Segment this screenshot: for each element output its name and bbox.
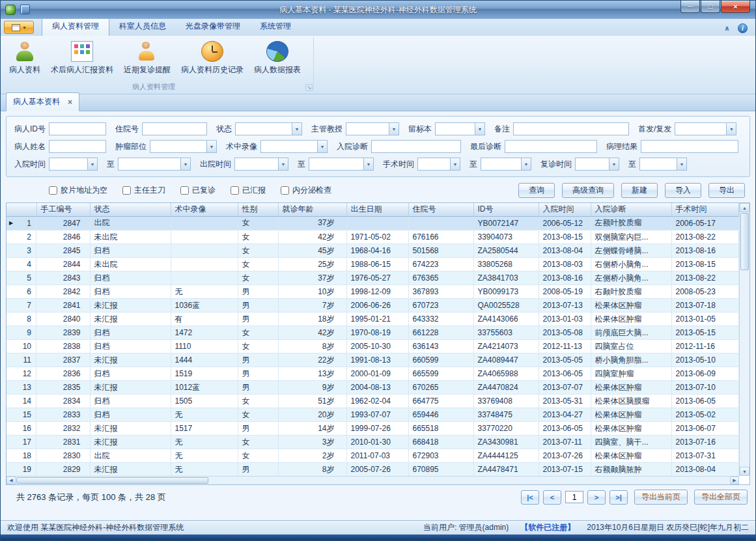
checkbox-chief-surgeon-operated[interactable]: 主任主刀 [122, 185, 165, 196]
table-row[interactable]: 82840未汇报有男18岁1995-01-21643332ZA414306620… [7, 312, 739, 326]
filter-combo-specimen-kept[interactable]: ▼ [435, 122, 485, 135]
table-row[interactable]: 52843归档女37岁1976-05-27676365ZA38417032013… [7, 271, 739, 285]
dropdown-arrow-icon[interactable]: ▼ [278, 158, 288, 170]
table-row[interactable]: 152833归档无女20岁1993-07-0765944633748475201… [7, 408, 739, 422]
dropdown-arrow-icon[interactable]: ▼ [450, 158, 460, 170]
filter-combo-intraop-video[interactable]: ▼ [260, 140, 328, 153]
export-button[interactable]: 导出 [708, 183, 745, 198]
vertical-scrollbar[interactable]: ▲ ▼ [739, 203, 749, 476]
filter-combo-followup-date-to[interactable]: ▼ [639, 158, 687, 171]
filter-combo-first-or-recurrent[interactable]: ▼ [675, 122, 736, 135]
export-all-pages-button[interactable]: 导出全部页 [694, 490, 748, 505]
column-header-manual-no[interactable]: 手工编号 [36, 203, 90, 216]
dropdown-arrow-icon[interactable]: ▼ [180, 158, 190, 170]
table-row[interactable]: 142834归档1505女51岁1962-02-0466477533769408… [7, 395, 739, 408]
minimize-button[interactable]: ─ [680, 1, 700, 13]
dropdown-arrow-icon[interactable]: ▼ [677, 158, 686, 170]
checkbox-endocrine-exam[interactable]: 内分泌检查 [281, 185, 331, 196]
filter-combo-discharge-date-from[interactable]: ▼ [234, 158, 288, 171]
filter-input-admission-diagnosis[interactable] [371, 140, 461, 153]
dropdown-arrow-icon[interactable]: ▼ [87, 158, 97, 170]
next-page-button[interactable]: > [587, 490, 606, 505]
tool-history[interactable]: 病人资料历史记录 [176, 38, 248, 78]
dropdown-arrow-icon[interactable]: ▼ [726, 123, 736, 135]
scroll-track[interactable] [209, 477, 730, 484]
filter-combo-surgery-date-from[interactable]: ▼ [417, 158, 460, 171]
table-row[interactable]: 72841未汇报1036蓝男7岁2006-06-26670723QA002552… [7, 299, 739, 312]
table-row[interactable]: 112837未汇报1444男22岁1991-08-13660599ZA40894… [7, 354, 739, 367]
filter-combo-status[interactable]: ▼ [235, 122, 302, 135]
import-button[interactable]: 导入 [665, 183, 701, 198]
table-row[interactable]: 162832未汇报1517男14岁1999-07-266655183377022… [7, 422, 739, 436]
tab-department-staff[interactable]: 科室人员信息 [109, 18, 176, 36]
close-button[interactable]: × [721, 1, 750, 13]
tool-followup-reminder[interactable]: 近期复诊提醒 [119, 38, 175, 78]
tab-system-management[interactable]: 系统管理 [250, 18, 301, 36]
tool-patient-info[interactable]: 病人资料 [5, 38, 45, 78]
horizontal-scroll-thumb[interactable] [16, 477, 208, 484]
scroll-up-icon[interactable]: ▲ [740, 203, 749, 212]
film-address-empty-checkbox[interactable] [49, 186, 57, 195]
column-header-admission-diagnosis[interactable]: 入院诊断 [591, 203, 671, 216]
query-button[interactable]: 查询 [518, 183, 555, 198]
column-header-inpatient-no[interactable]: 住院号 [408, 203, 473, 216]
filter-input-inpatient-no[interactable] [142, 122, 207, 135]
table-row[interactable]: 102838归档1110女8岁2005-10-30636143ZA4214073… [7, 340, 739, 354]
scroll-down-icon[interactable]: ▼ [740, 467, 749, 476]
table-row[interactable]: 42844未出院女25岁1988-06-15674223338052682013… [7, 258, 739, 271]
dropdown-arrow-icon[interactable]: ▼ [609, 158, 619, 170]
checkbox-reported[interactable]: 已汇报 [231, 185, 266, 196]
tab-close-icon[interactable]: × [68, 98, 72, 107]
dropdown-arrow-icon[interactable]: ▼ [292, 123, 301, 135]
table-row[interactable]: 32845归档女45岁1968-04-16501568ZA25805442013… [7, 244, 739, 258]
filter-combo-followup-date-from[interactable]: ▼ [575, 158, 619, 171]
filter-input-final-diagnosis[interactable] [505, 140, 597, 153]
followup-done-checkbox[interactable] [180, 186, 189, 195]
column-header-surgery-date[interactable]: 手术时间 [671, 203, 739, 216]
page-input[interactable] [565, 491, 583, 503]
checkbox-followup-done[interactable]: 已复诊 [180, 185, 216, 196]
dropdown-arrow-icon[interactable]: ▼ [206, 141, 216, 152]
vertical-scroll-thumb[interactable] [740, 213, 749, 270]
filter-combo-admission-date-from[interactable]: ▼ [49, 158, 98, 171]
table-row[interactable]: 122836归档1519男13岁2000-01-09665599ZA406598… [7, 367, 739, 381]
title-bar[interactable]: 病人基本资料 - 某某医院神经外科-神经外科数据管理系统 ─ □ × [1, 1, 755, 19]
collapse-ribbon-icon[interactable]: ∧ [724, 24, 730, 33]
dropdown-arrow-icon[interactable]: ▼ [521, 158, 531, 170]
table-row[interactable]: ▶12847出院女37岁YB00721472006-05-12左额叶胶质瘤200… [7, 216, 739, 230]
column-header-gender[interactable]: 性别 [238, 203, 278, 216]
table-row[interactable]: 132835未汇报1012蓝男9岁2004-08-13670265ZA44708… [7, 381, 739, 395]
dropdown-arrow-icon[interactable]: ▼ [363, 158, 373, 170]
filter-input-patient-name[interactable] [49, 140, 106, 153]
dropdown-arrow-icon[interactable]: ▼ [389, 123, 399, 135]
prev-page-button[interactable]: < [543, 490, 561, 505]
table-row[interactable]: 192829未汇报无男8岁2005-07-26670895ZA447847120… [7, 463, 739, 477]
filter-combo-supervising-professor[interactable]: ▼ [346, 122, 399, 135]
dropdown-arrow-icon[interactable]: ▼ [317, 141, 327, 152]
dropdown-arrow-icon[interactable]: ▼ [475, 123, 484, 135]
table-row[interactable]: 172831未汇报无女3岁2010-01-30668418ZA343098120… [7, 436, 739, 449]
reported-checkbox[interactable] [231, 186, 239, 195]
filter-combo-admission-date-to[interactable]: ▼ [118, 158, 191, 171]
quick-access-icon[interactable] [20, 5, 30, 14]
tab-patient-data-management[interactable]: 病人资料管理 [42, 17, 109, 36]
table-row[interactable]: 182830出院无女2岁2011-07-03672903ZA4444125201… [7, 449, 739, 463]
filter-input-patient-id[interactable] [49, 122, 106, 135]
filter-combo-surgery-date-to[interactable]: ▼ [481, 158, 531, 171]
table-row[interactable]: 92839归档1472女42岁1970-08-19661228337556032… [7, 326, 739, 340]
endocrine-exam-checkbox[interactable] [281, 186, 289, 195]
chief-surgeon-operated-checkbox[interactable] [122, 186, 131, 195]
column-header-birth-date[interactable]: 出生日期 [346, 203, 408, 216]
tab-patient-basic-info[interactable]: 病人基本资料 × [6, 92, 79, 111]
filter-input-remarks[interactable] [513, 122, 629, 135]
column-header-status[interactable]: 状态 [90, 203, 171, 216]
advanced-query-button[interactable]: 高级查询 [562, 183, 614, 198]
column-header-id-no[interactable]: ID号 [473, 203, 539, 216]
tool-data-report[interactable]: 病人数据报表 [249, 38, 305, 78]
table-row[interactable]: 62842归档无男10岁1998-12-09367893YB0099173200… [7, 285, 739, 299]
column-header-admission-date[interactable]: 入院时间 [539, 203, 591, 216]
filter-combo-tumor-site[interactable]: ▼ [150, 140, 217, 153]
last-page-button[interactable]: >| [609, 490, 628, 505]
dialog-launcher-icon[interactable]: ↘ [305, 84, 313, 91]
export-current-page-button[interactable]: 导出当前页 [634, 490, 688, 505]
